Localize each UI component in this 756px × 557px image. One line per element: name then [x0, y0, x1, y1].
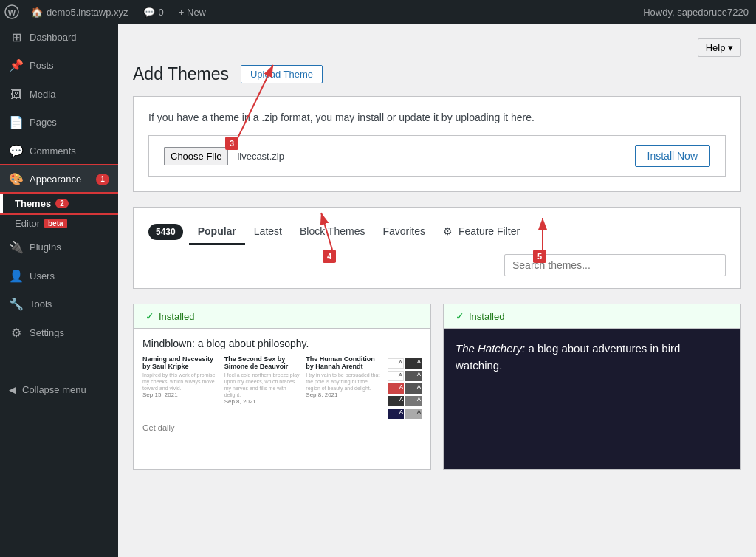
posts-icon: 📌	[9, 58, 24, 74]
upload-description: If you have a theme in a .zip format, yo…	[148, 112, 726, 123]
swatch-row-3: A A	[388, 396, 422, 406]
new-content-btn[interactable]: + New	[171, 0, 213, 24]
installed-banner-hatchery: ✓ Installed	[444, 304, 740, 329]
check-icon-mindblown: ✓	[145, 310, 154, 322]
sidebar-item-media[interactable]: 🖼 Media	[0, 81, 118, 109]
swatch-row-4: A A	[388, 409, 422, 419]
tools-icon: 🔧	[9, 296, 24, 312]
sidebar-item-appearance[interactable]: 🎨 Appearance 1	[0, 165, 118, 194]
collapse-menu-btn[interactable]: ◀ Collapse menu	[0, 377, 118, 403]
tab-block-themes[interactable]: Block Themes	[291, 219, 374, 245]
swatch-0-1: A	[405, 358, 422, 369]
mindblown-footer: Get daily	[142, 419, 422, 432]
main-content: Help ▾ Add Themes Upload Theme If you ha…	[118, 24, 756, 557]
swatch-2-1: A	[405, 383, 422, 394]
users-icon: 👤	[9, 268, 24, 284]
swatch-3-0: A	[388, 396, 404, 406]
appearance-submenu: Themes 2 Editor beta	[0, 194, 118, 233]
swatch-1-0: A	[388, 371, 404, 381]
theme-preview-hatchery: The Hatchery: a blog about adventures in…	[444, 329, 740, 469]
sidebar-item-dashboard[interactable]: ⊞ Dashboard	[0, 24, 118, 52]
swatch-row-2: A A	[388, 383, 422, 394]
mindblown-preview-title: Mindblown: a blog about philosophy.	[142, 338, 422, 349]
sidebar-subitem-editor[interactable]: Editor beta	[0, 213, 118, 233]
appearance-icon: 🎨	[9, 171, 24, 188]
sidebar-item-pages[interactable]: 📄 Pages	[0, 109, 118, 137]
upload-form: Choose File livecast.zip Install Now	[148, 135, 726, 177]
comments-sidebar-icon: 💬	[9, 143, 24, 160]
check-icon-hatchery: ✓	[456, 310, 464, 322]
admin-bar-right: Howdy, sapedoruce7220	[636, 0, 756, 24]
media-icon: 🖼	[9, 86, 24, 103]
book-item-1: The Second Sex by Simone de Beauvoir I f…	[224, 355, 302, 407]
sidebar-item-comments[interactable]: 💬 Comments	[0, 137, 118, 165]
swatch-1-1: A	[405, 371, 422, 381]
tab-favorites[interactable]: Favorites	[374, 219, 434, 245]
file-name-display: livecast.zip	[237, 151, 284, 162]
dashboard-icon: ⊞	[9, 30, 24, 46]
tab-latest[interactable]: Latest	[245, 219, 291, 245]
swatch-row-0: A A	[388, 358, 422, 369]
themes-badge: 2	[55, 199, 69, 208]
mindblown-books-grid: Naming and Necessity by Saul Kripke Insp…	[142, 355, 383, 407]
plugins-icon: 🔌	[9, 239, 24, 256]
search-row	[148, 245, 726, 276]
book-item-0: Naming and Necessity by Saul Kripke Insp…	[142, 355, 220, 407]
wp-logo[interactable]: W	[0, 0, 24, 24]
site-url[interactable]: 🏠 demo5.instawp.xyz	[24, 0, 136, 24]
settings-icon: ⚙	[9, 325, 24, 341]
search-themes-input[interactable]	[504, 254, 726, 276]
mindblown-books-area: Naming and Necessity by Saul Kripke Insp…	[142, 355, 383, 419]
sidebar-item-users[interactable]: 👤 Users	[0, 262, 118, 290]
hatchery-text: The Hatchery: a blog about adventures in…	[444, 329, 740, 386]
swatch-row-1: A A	[388, 371, 422, 381]
howdy-link[interactable]: Howdy, sapedoruce7220	[636, 0, 756, 24]
tabs-row: 5430 Popular Latest Block Themes Favorit…	[148, 219, 726, 245]
page-title: Add Themes	[133, 64, 229, 84]
tab-popular[interactable]: Popular	[189, 219, 245, 245]
feature-filter-icon: ⚙	[443, 225, 453, 237]
mindblown-preview-content: Naming and Necessity by Saul Kripke Insp…	[142, 355, 422, 419]
sidebar-item-tools[interactable]: 🔧 Tools	[0, 290, 118, 318]
sidebar-subitem-themes[interactable]: Themes 2	[0, 194, 118, 213]
themes-grid: ✓ Installed Mindblown: a blog about phil…	[133, 304, 741, 470]
hatchery-title-italic: The Hatchery:	[456, 342, 525, 355]
help-button[interactable]: Help ▾	[698, 38, 741, 57]
help-area: Help ▾	[133, 38, 741, 57]
color-swatches: A A A A A A	[388, 358, 422, 419]
svg-text:W: W	[8, 8, 16, 17]
page-header: Add Themes Upload Theme	[133, 64, 741, 84]
site-url-icon: 🏠	[31, 7, 43, 18]
sidebar-item-plugins[interactable]: 🔌 Plugins	[0, 233, 118, 262]
editor-beta-badge: beta	[44, 219, 67, 228]
pages-icon: 📄	[9, 115, 24, 131]
swatch-4-0: A	[388, 409, 404, 419]
theme-card-hatchery: ✓ Installed The Hatchery: a blog about a…	[443, 304, 741, 470]
swatch-2-0: A	[388, 383, 404, 394]
sidebar-item-settings[interactable]: ⚙ Settings	[0, 319, 118, 347]
collapse-icon: ◀	[9, 383, 16, 397]
choose-file-button[interactable]: Choose File	[164, 147, 228, 165]
theme-count-badge: 5430	[148, 224, 183, 240]
admin-bar: W 🏠 demo5.instawp.xyz 💬 0 + New Howdy, s…	[0, 0, 756, 24]
install-now-button[interactable]: Install Now	[635, 145, 710, 167]
swatch-4-1: A	[405, 409, 422, 419]
installed-banner-mindblown: ✓ Installed	[134, 304, 430, 329]
theme-preview-mindblown: Mindblown: a blog about philosophy. Nami…	[134, 329, 430, 469]
upload-section: If you have a theme in a .zip format, yo…	[133, 96, 741, 192]
tabs-section: 5430 Popular Latest Block Themes Favorit…	[133, 207, 741, 289]
comments-icon: 💬	[143, 7, 155, 18]
book-item-2: The Human Condition by Hannah Arendt I t…	[306, 355, 383, 407]
swatch-0-0: A	[388, 358, 404, 369]
appearance-badge: 1	[96, 174, 109, 185]
upload-theme-button[interactable]: Upload Theme	[241, 65, 323, 83]
theme-card-mindblown: ✓ Installed Mindblown: a blog about phil…	[133, 304, 431, 470]
comments-link[interactable]: 💬 0	[136, 0, 171, 24]
sidebar-item-posts[interactable]: 📌 Posts	[0, 52, 118, 80]
sidebar: ⊞ Dashboard 📌 Posts 🖼 Media 📄 Pages 💬 Co…	[0, 24, 118, 557]
tab-feature-filter[interactable]: ⚙ Feature Filter	[434, 219, 529, 245]
swatch-3-1: A	[405, 396, 422, 406]
